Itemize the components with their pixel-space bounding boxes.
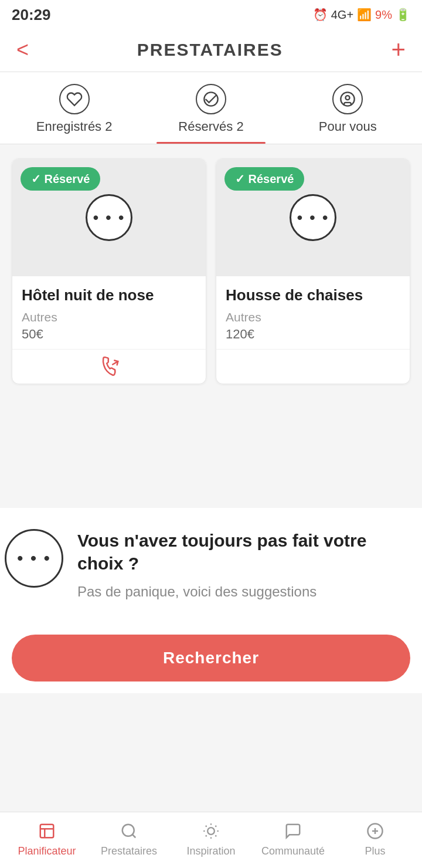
card-hotel-body: Hôtel nuit de nose Autres 50€ bbox=[12, 276, 206, 349]
svg-line-13 bbox=[215, 835, 216, 836]
tab-pour-vous[interactable]: Pour vous bbox=[280, 84, 416, 144]
plus-icon bbox=[363, 820, 387, 842]
search-btn-container: Rechercher bbox=[0, 625, 422, 693]
nav-inspiration[interactable]: Inspiration bbox=[170, 820, 252, 857]
phone-icon[interactable] bbox=[98, 355, 120, 377]
reserved-badge-2: ✓ Réservé bbox=[224, 167, 304, 191]
svg-line-16 bbox=[206, 835, 207, 836]
bottom-nav: Planificateur Prestataires Insp bbox=[0, 812, 422, 868]
page-title: PRESTATAIRES bbox=[137, 40, 283, 60]
card-hotel[interactable]: ✓ Réservé • • • Hôtel nuit de nose Autre… bbox=[12, 158, 206, 384]
card-housse-title: Housse de chaises bbox=[226, 286, 400, 306]
nav-plus-label: Plus bbox=[365, 845, 385, 857]
page-header: < PRESTATAIRES + bbox=[0, 28, 422, 72]
suggestion-icon: • • • bbox=[5, 529, 63, 588]
card-housse-body: Housse de chaises Autres 120€ bbox=[216, 276, 410, 349]
add-button[interactable]: + bbox=[391, 38, 406, 62]
svg-point-9 bbox=[207, 828, 215, 835]
communaute-icon bbox=[281, 820, 305, 842]
tab-enregistres-label: Enregistrés 2 bbox=[36, 119, 113, 134]
tab-reserves-icon bbox=[196, 84, 226, 114]
suggestion-desc: Pas de panique, voici des suggestions bbox=[77, 582, 417, 602]
nav-planificateur-label: Planificateur bbox=[18, 845, 76, 857]
suggestion-title: Vous n'avez toujours pas fait votre choi… bbox=[77, 529, 417, 575]
card-hotel-title: Hôtel nuit de nose bbox=[22, 286, 196, 306]
cards-grid: ✓ Réservé • • • Hôtel nuit de nose Autre… bbox=[12, 158, 410, 384]
tab-pour-vous-icon bbox=[332, 84, 363, 114]
tab-pour-vous-label: Pour vous bbox=[319, 119, 377, 134]
back-button[interactable]: < bbox=[16, 39, 29, 60]
nav-communaute[interactable]: Communauté bbox=[252, 820, 334, 857]
tab-reserves[interactable]: Réservés 2 bbox=[142, 84, 279, 144]
search-button[interactable]: Rechercher bbox=[12, 635, 410, 681]
tabs-container: Enregistrés 2 Réservés 2 Pour vous bbox=[0, 72, 422, 144]
planificateur-icon bbox=[35, 820, 59, 842]
dots-circle-1: • • • bbox=[86, 194, 132, 241]
network-icon: 4G+ bbox=[331, 8, 353, 22]
status-bar: 20:29 ⏰ 4G+ 📶 9% 🔋 bbox=[0, 0, 422, 28]
prestataires-icon bbox=[117, 820, 141, 842]
card-housse-footer bbox=[216, 349, 410, 383]
card-hotel-category: Autres bbox=[22, 310, 196, 324]
tab-reserves-label: Réservés 2 bbox=[178, 119, 243, 134]
dots-circle-2: • • • bbox=[290, 194, 336, 241]
card-hotel-image: ✓ Réservé • • • bbox=[12, 159, 206, 276]
nav-inspiration-label: Inspiration bbox=[186, 845, 235, 857]
nav-plus[interactable]: Plus bbox=[334, 820, 416, 857]
svg-rect-4 bbox=[40, 825, 54, 838]
nav-prestataires[interactable]: Prestataires bbox=[88, 820, 170, 857]
battery-icon: 9% bbox=[375, 8, 392, 22]
battery-visual: 🔋 bbox=[396, 8, 410, 22]
alarm-icon: ⏰ bbox=[313, 8, 328, 22]
inspiration-icon bbox=[199, 820, 223, 842]
signal-icon: 📶 bbox=[357, 8, 372, 22]
main-content: ✓ Réservé • • • Hôtel nuit de nose Autre… bbox=[0, 144, 422, 496]
svg-line-17 bbox=[215, 826, 216, 827]
svg-line-8 bbox=[132, 835, 135, 838]
card-hotel-footer bbox=[12, 349, 206, 384]
tab-enregistres[interactable]: Enregistrés 2 bbox=[6, 84, 142, 144]
suggestion-text: Vous n'avez toujours pas fait votre choi… bbox=[77, 529, 417, 602]
card-housse-price: 120€ bbox=[226, 327, 400, 342]
status-icons: ⏰ 4G+ 📶 9% 🔋 bbox=[313, 8, 410, 22]
card-housse-image: ✓ Réservé • • • bbox=[216, 159, 410, 276]
nav-communaute-label: Communauté bbox=[261, 845, 325, 857]
reserved-badge-1: ✓ Réservé bbox=[21, 167, 100, 191]
card-housse[interactable]: ✓ Réservé • • • Housse de chaises Autres… bbox=[216, 158, 410, 384]
nav-planificateur[interactable]: Planificateur bbox=[6, 820, 88, 857]
tab-enregistres-icon bbox=[59, 84, 90, 114]
svg-point-7 bbox=[122, 825, 134, 836]
card-hotel-price: 50€ bbox=[22, 327, 196, 342]
card-housse-category: Autres bbox=[226, 310, 400, 324]
nav-prestataires-label: Prestataires bbox=[101, 845, 157, 857]
svg-point-2 bbox=[346, 96, 350, 100]
suggestion-section: • • • Vous n'avez toujours pas fait votr… bbox=[0, 508, 422, 625]
svg-line-12 bbox=[206, 826, 207, 827]
status-time: 20:29 bbox=[12, 6, 51, 24]
